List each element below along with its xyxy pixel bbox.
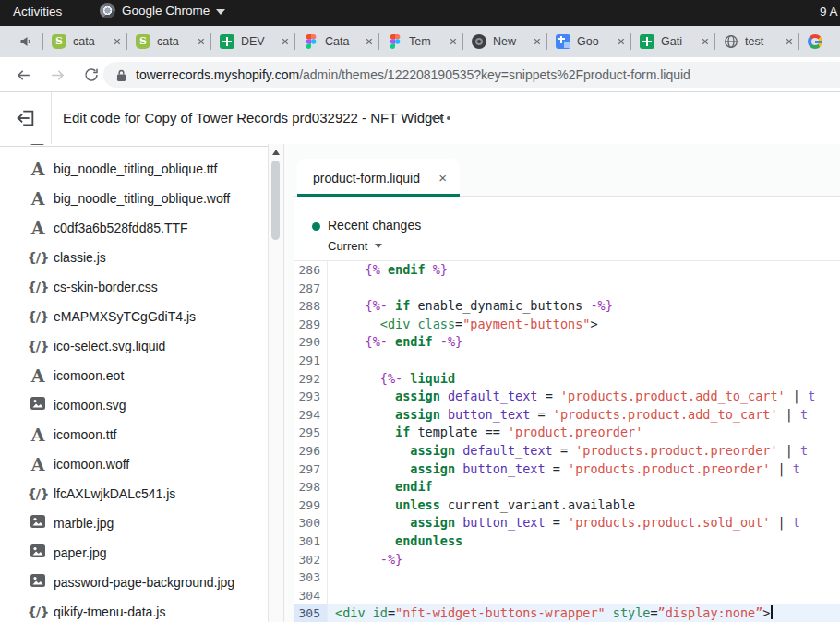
line-number: 301: [294, 532, 328, 551]
code-line-294[interactable]: 294 assign button_text = 'products.produ…: [294, 406, 840, 425]
back-button[interactable]: [11, 63, 35, 87]
line-number: 288: [294, 297, 328, 316]
file-item[interactable]: {/}qikify-tmenu-data.js: [0, 597, 268, 622]
code-line-286[interactable]: 286 {% endif %}: [294, 261, 840, 280]
app-menu-button[interactable]: Google Chrome: [100, 3, 225, 18]
code-line-305[interactable]: 305<div id="nft-widget-buttons-wrapper" …: [294, 604, 840, 622]
line-content: endif: [328, 478, 840, 496]
tab-close-icon[interactable]: ×: [534, 35, 541, 48]
code-line-301[interactable]: 301 endunless: [294, 532, 840, 551]
file-item[interactable]: Aicomoon.woff: [0, 449, 268, 479]
tab-close-icon[interactable]: ×: [114, 35, 121, 48]
code-line-303[interactable]: 303: [294, 568, 840, 587]
code-line-289[interactable]: 289 <div class="payment-buttons">: [294, 316, 840, 334]
screen: Activities Google Chrome 9 A cata×cata×D…: [0, 0, 840, 622]
code-editor[interactable]: 286 {% endif %}287288 {%- if enable_dyna…: [294, 261, 840, 622]
browser-tab-Tem[interactable]: Tem×: [378, 26, 462, 57]
code-line-302[interactable]: 302 -%}: [294, 551, 840, 569]
browser-tab-DEV[interactable]: DEV×: [210, 26, 294, 57]
line-content: [328, 352, 840, 370]
tab-title: cata: [73, 35, 112, 48]
tab-close-icon[interactable]: ×: [618, 35, 625, 48]
tab-close-icon[interactable]: ×: [702, 35, 709, 48]
scroll-up-icon[interactable]: [272, 150, 280, 155]
line-number: 286: [294, 261, 328, 280]
code-line-297[interactable]: 297 assign button_text = 'products.produ…: [294, 461, 840, 479]
file-name: password-page-background.jpg: [54, 575, 234, 590]
file-item[interactable]: paper.jpg: [0, 538, 268, 568]
os-top-bar: Activities Google Chrome 9 A: [0, 0, 840, 26]
browser-tab-Goo[interactable]: Goo×: [546, 26, 630, 57]
browser-tab-partial[interactable]: [798, 26, 840, 57]
tab-title: cata: [157, 35, 196, 48]
file-item[interactable]: {/}cs-skin-border.css: [0, 272, 268, 302]
scrollbar-thumb[interactable]: [271, 161, 280, 240]
sheets-favicon: [220, 34, 234, 49]
tab-close-icon[interactable]: ×: [282, 35, 289, 48]
file-item[interactable]: {/}classie.js: [0, 243, 268, 272]
file-name: c0df3a6b528fdd85.TTF: [54, 221, 188, 235]
file-list: Abig_noodle_titling_oblique.ttfAbig_nood…: [0, 154, 268, 622]
file-item[interactable]: marble.jpg: [0, 508, 268, 538]
file-name: icomoon.eot: [54, 368, 124, 383]
reload-button[interactable]: [79, 63, 103, 87]
code-line-291[interactable]: 291: [294, 352, 840, 370]
file-item[interactable]: Aicomoon.eot: [0, 361, 268, 390]
text-cursor: [771, 605, 773, 619]
browser-tab-cata[interactable]: cata×: [42, 26, 126, 57]
file-item[interactable]: Aicomoon.ttf: [0, 420, 268, 449]
file-item[interactable]: Ac0df3a6b528fdd85.TTF: [0, 213, 268, 243]
sidebar-scrollbar[interactable]: [268, 144, 283, 622]
activities-button[interactable]: Activities: [13, 5, 62, 18]
file-item[interactable]: {/}eMAPMXSyTCgGdiT4.js: [0, 302, 268, 331]
file-item[interactable]: password-page-background.jpg: [0, 568, 268, 597]
code-line-293[interactable]: 293 assign default_text = 'products.prod…: [294, 388, 840, 406]
tab-close-icon[interactable]: ×: [438, 170, 447, 185]
file-item[interactable]: Abig_noodle_titling_oblique.woff: [0, 184, 268, 213]
browser-tab-test[interactable]: test×: [714, 26, 798, 57]
code-line-296[interactable]: 296 assign default_text = 'products.prod…: [294, 442, 840, 461]
url-path: /admin/themes/122208190535?key=snippets%…: [299, 67, 690, 82]
sheets-favicon: [640, 34, 654, 49]
browser-tab-Cata[interactable]: Cata×: [294, 26, 378, 57]
browser-tab-Gati[interactable]: Gati×: [630, 26, 714, 57]
more-actions-button[interactable]: [432, 116, 450, 120]
line-number: 298: [294, 478, 328, 496]
file-name: ico-select.svg.liquid: [54, 339, 165, 353]
file-name: paper.jpg: [54, 545, 107, 560]
file-tab[interactable]: product-form.liquid ×: [297, 159, 460, 197]
line-number: 302: [294, 551, 328, 569]
code-line-288[interactable]: 288 {%- if enable_dynamic_buttons -%}: [294, 297, 840, 316]
code-line-295[interactable]: 295 if template == 'product.preorder': [294, 424, 840, 442]
lock-icon: [116, 68, 126, 82]
code-line-299[interactable]: 299 unless current_variant.available: [294, 496, 840, 515]
file-item[interactable]: {/}lfcAXLwjkDALc541.js: [0, 479, 268, 508]
url-domain: towerrecords.myshopify.com: [136, 67, 299, 82]
font-file-icon: A: [26, 161, 50, 178]
tab-close-icon[interactable]: ×: [786, 35, 793, 48]
code-line-287[interactable]: 287: [294, 280, 840, 298]
browser-tab-New[interactable]: New×: [462, 26, 546, 57]
tab-close-icon[interactable]: ×: [198, 35, 205, 48]
clock[interactable]: 9 A: [820, 5, 838, 18]
tab-close-icon[interactable]: ×: [366, 35, 373, 48]
admin-header: Edit code for Copy of Tower Records prd0…: [0, 92, 840, 145]
file-item[interactable]: icomoon.svg: [0, 390, 268, 420]
font-file-icon: A: [26, 190, 50, 208]
exit-code-editor-button[interactable]: [0, 92, 52, 144]
address-bar[interactable]: towerrecords.myshopify.com/admin/themes/…: [103, 62, 840, 88]
forward-button[interactable]: [45, 63, 69, 87]
code-line-304[interactable]: 304: [294, 587, 840, 605]
code-line-292[interactable]: 292 {%- liquid: [294, 370, 840, 389]
code-line-290[interactable]: 290 {%- endif -%}: [294, 333, 840, 352]
tab-close-icon[interactable]: ×: [450, 35, 457, 48]
file-item[interactable]: {/}ico-select.svg.liquid: [0, 331, 268, 361]
file-item[interactable]: Abig_noodle_titling_oblique.ttf: [0, 154, 268, 184]
file-name: cs-skin-border.css: [54, 280, 158, 294]
version-dropdown[interactable]: Current: [328, 239, 382, 253]
browser-tab-cata[interactable]: cata×: [126, 26, 210, 57]
line-content: assign default_text = 'products.product.…: [328, 388, 840, 406]
code-line-300[interactable]: 300 assign button_text = 'products.produ…: [294, 514, 840, 532]
page-title: Edit code for Copy of Tower Records prd0…: [63, 92, 444, 144]
code-line-298[interactable]: 298 endif: [294, 478, 840, 496]
